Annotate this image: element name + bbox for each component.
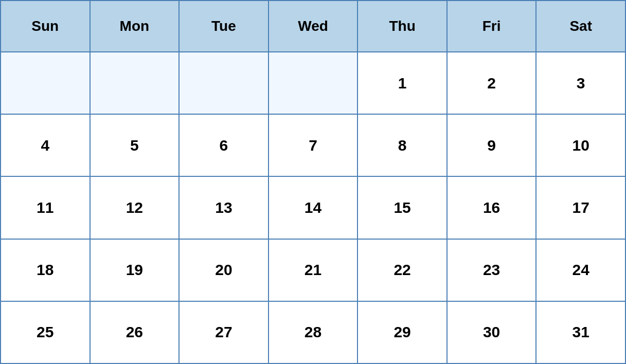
- calendar-week-row-2: 45678910: [1, 114, 625, 176]
- calendar-day-15[interactable]: 15: [357, 176, 447, 239]
- calendar-day-26[interactable]: 26: [90, 301, 180, 363]
- calendar-day-4[interactable]: 4: [1, 114, 90, 176]
- calendar-day-header-tue: Tue: [179, 1, 269, 52]
- calendar-day-16[interactable]: 16: [447, 176, 536, 239]
- calendar-day-header-wed: Wed: [269, 1, 358, 52]
- calendar-week-row-1: 123: [1, 52, 625, 114]
- calendar-week-row-4: 18192021222324: [1, 239, 625, 301]
- calendar-day-3[interactable]: 3: [536, 52, 625, 114]
- calendar-day-11[interactable]: 11: [1, 176, 90, 239]
- calendar-day-21[interactable]: 21: [269, 239, 358, 301]
- calendar-day-9[interactable]: 9: [447, 114, 536, 176]
- calendar-day-14[interactable]: 14: [269, 176, 358, 239]
- calendar-day-17[interactable]: 17: [536, 176, 625, 239]
- calendar-day-25[interactable]: 25: [1, 301, 90, 363]
- calendar-day-20[interactable]: 20: [179, 239, 269, 301]
- calendar-day-13[interactable]: 13: [179, 176, 269, 239]
- calendar-day-header-sun: Sun: [1, 1, 90, 52]
- calendar-day-22[interactable]: 22: [357, 239, 447, 301]
- calendar-header-row: SunMonTueWedThuFriSat: [1, 1, 625, 52]
- calendar-week-row-3: 11121314151617: [1, 176, 625, 239]
- calendar-day-1[interactable]: 1: [357, 52, 447, 114]
- calendar-day-30[interactable]: 30: [447, 301, 536, 363]
- calendar-day-28[interactable]: 28: [269, 301, 358, 363]
- calendar-day-29[interactable]: 29: [357, 301, 447, 363]
- calendar-empty-cell: [90, 52, 180, 114]
- calendar-day-27[interactable]: 27: [179, 301, 269, 363]
- calendar-week-row-5: 25262728293031: [1, 301, 625, 363]
- calendar-empty-cell: [1, 52, 90, 114]
- calendar-day-header-mon: Mon: [90, 1, 180, 52]
- calendar-day-7[interactable]: 7: [269, 114, 358, 176]
- calendar-day-2[interactable]: 2: [447, 52, 536, 114]
- calendar-day-5[interactable]: 5: [90, 114, 180, 176]
- calendar-day-header-sat: Sat: [536, 1, 625, 52]
- calendar-table: SunMonTueWedThuFriSat 123456789101112131…: [0, 0, 626, 364]
- calendar-day-10[interactable]: 10: [536, 114, 625, 176]
- calendar-empty-cell: [269, 52, 358, 114]
- calendar-day-24[interactable]: 24: [536, 239, 625, 301]
- calendar-day-header-fri: Fri: [447, 1, 536, 52]
- calendar-day-12[interactable]: 12: [90, 176, 180, 239]
- calendar-empty-cell: [179, 52, 269, 114]
- calendar-day-header-thu: Thu: [357, 1, 447, 52]
- calendar-day-8[interactable]: 8: [357, 114, 447, 176]
- calendar-day-18[interactable]: 18: [1, 239, 90, 301]
- calendar-day-19[interactable]: 19: [90, 239, 180, 301]
- calendar-day-6[interactable]: 6: [179, 114, 269, 176]
- calendar-day-23[interactable]: 23: [447, 239, 536, 301]
- calendar-day-31[interactable]: 31: [536, 301, 625, 363]
